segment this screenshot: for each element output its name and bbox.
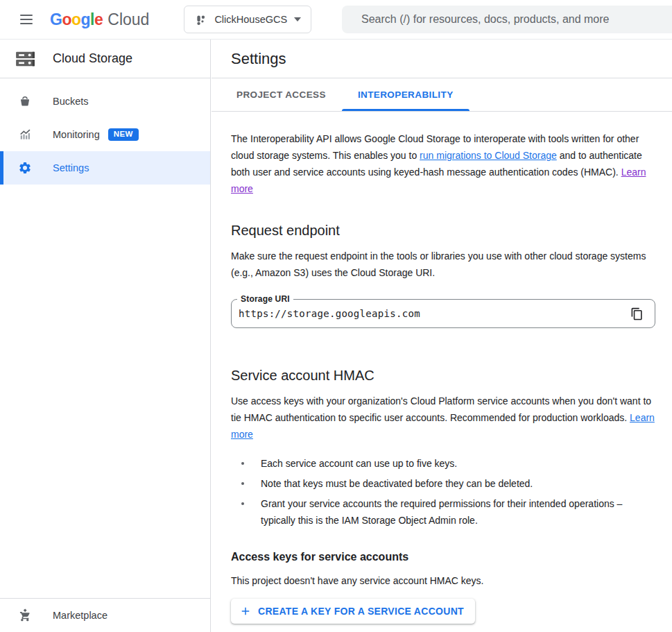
run-migrations-link[interactable]: run migrations to Cloud Storage bbox=[420, 150, 557, 161]
hmac-paragraph: Use access keys with your organization's… bbox=[231, 393, 655, 443]
list-item: Note that keys must be deactivated befor… bbox=[231, 475, 655, 492]
storage-uri-label: Storage URI bbox=[237, 294, 293, 304]
sidebar-item-label: Monitoring bbox=[53, 129, 100, 140]
project-selector[interactable]: ClickHouseGCS bbox=[184, 6, 311, 33]
gear-icon bbox=[17, 161, 33, 175]
sidebar-footer: Marketplace bbox=[0, 598, 210, 632]
marketplace-cart-icon bbox=[17, 608, 33, 622]
new-badge: NEW bbox=[108, 128, 139, 142]
sidebar-item-label: Buckets bbox=[53, 96, 89, 107]
tab-interoperability[interactable]: INTEROPERABILITY bbox=[342, 78, 469, 111]
copy-icon bbox=[630, 307, 644, 321]
sidebar-item-monitoring[interactable]: Monitoring NEW bbox=[0, 118, 210, 151]
hamburger-icon bbox=[20, 15, 33, 16]
tab-bar: PROJECT ACCESS INTEROPERABILITY bbox=[212, 78, 672, 112]
sidebar-item-buckets[interactable]: Buckets bbox=[0, 85, 210, 118]
monitoring-icon bbox=[17, 128, 33, 142]
access-keys-heading: Access keys for service accounts bbox=[231, 550, 655, 564]
logo-letter: G bbox=[50, 10, 62, 29]
sidebar-nav: Buckets Monitoring NEW bbox=[0, 78, 210, 185]
copy-button[interactable] bbox=[628, 305, 645, 322]
tab-panel-interoperability: The Interoperability API allows Google C… bbox=[212, 112, 672, 624]
tab-project-access[interactable]: PROJECT ACCESS bbox=[221, 78, 342, 111]
logo-letter: o bbox=[71, 10, 81, 29]
storage-uri-field: Storage URI https://storage.googleapis.c… bbox=[231, 299, 655, 328]
sidebar-item-label: Settings bbox=[53, 162, 89, 173]
request-endpoint-heading: Request endpoint bbox=[231, 222, 655, 239]
hamburger-menu-button[interactable] bbox=[10, 3, 43, 36]
cloud-storage-icon bbox=[14, 47, 37, 70]
service-account-hmac-heading: Service account HMAC bbox=[231, 367, 655, 384]
google-cloud-logo: Google Cloud bbox=[50, 10, 149, 29]
sidebar-item-marketplace[interactable]: Marketplace bbox=[0, 599, 210, 632]
search-input[interactable] bbox=[342, 6, 672, 33]
logo-letter: o bbox=[62, 10, 71, 29]
project-name: ClickHouseGCS bbox=[214, 14, 287, 25]
request-endpoint-paragraph: Make sure the request endpoint in the to… bbox=[231, 248, 655, 281]
gcp-console-page: Google Cloud ClickHouseGCS bbox=[0, 0, 672, 632]
bucket-icon bbox=[17, 94, 33, 108]
page-header: Settings bbox=[212, 40, 672, 78]
hmac-text: Use access keys with your organization's… bbox=[231, 395, 651, 423]
storage-uri-value: https://storage.googleapis.com bbox=[239, 308, 628, 319]
logo-cloud-text: Cloud bbox=[107, 10, 149, 29]
main-content: Settings PROJECT ACCESS INTEROPERABILITY… bbox=[212, 40, 672, 632]
project-icon bbox=[194, 13, 207, 26]
plus-icon bbox=[239, 605, 252, 617]
intro-paragraph: The Interoperability API allows Google C… bbox=[231, 130, 655, 197]
sidebar-product-header: Cloud Storage bbox=[0, 40, 210, 78]
empty-state-text: This project doesn't have any service ac… bbox=[231, 574, 655, 588]
create-key-button[interactable]: CREATE A KEY FOR A SERVICE ACCOUNT bbox=[231, 599, 475, 624]
sidebar-item-label: Marketplace bbox=[53, 610, 107, 621]
sidebar-item-settings[interactable]: Settings bbox=[0, 151, 210, 185]
search-bar bbox=[342, 6, 672, 33]
page-title: Settings bbox=[231, 50, 286, 68]
logo-letter: g bbox=[81, 10, 91, 29]
logo-letter: e bbox=[94, 10, 103, 29]
chevron-down-icon bbox=[294, 17, 301, 22]
list-item: Each service account can use up to five … bbox=[231, 455, 655, 472]
topbar: Google Cloud ClickHouseGCS bbox=[0, 0, 672, 40]
hmac-bullet-list: Each service account can use up to five … bbox=[231, 455, 655, 529]
create-key-button-label: CREATE A KEY FOR A SERVICE ACCOUNT bbox=[258, 606, 464, 617]
sidebar: Cloud Storage Buckets bbox=[0, 40, 211, 632]
list-item: Grant your service accounts the required… bbox=[231, 495, 655, 529]
product-title: Cloud Storage bbox=[53, 51, 132, 66]
